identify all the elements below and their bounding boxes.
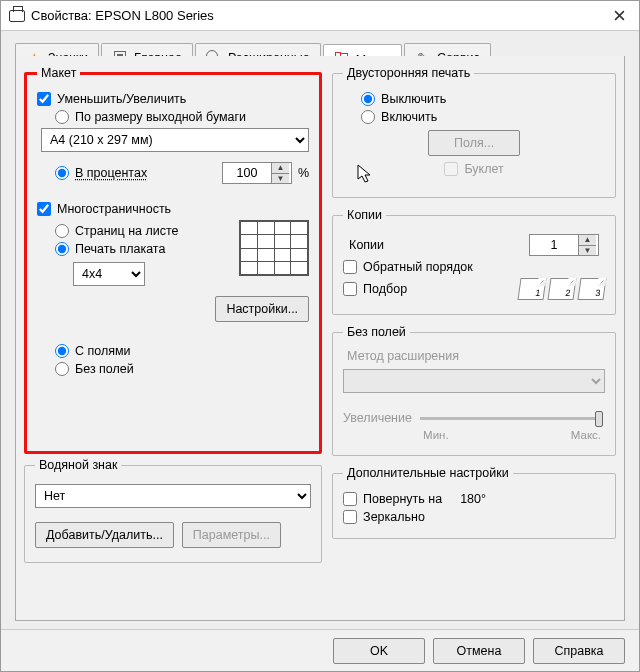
watermark-params-button[interactable]: Параметры... [182, 522, 281, 548]
copies-label: Копии [349, 238, 384, 252]
title-bar: Свойства: EPSON L800 Series [1, 1, 639, 31]
enlargement-label: Увеличение [343, 411, 412, 425]
poster-size-select[interactable]: 4x4 [73, 262, 145, 286]
close-icon [614, 10, 625, 21]
watermark-legend: Водяной знак [35, 458, 121, 472]
borderless-right-group: Без полей Метод расширения Увеличение Ми… [332, 325, 616, 456]
maket-legend: Макет [37, 66, 80, 80]
left-column: Макет Уменьшить/Увеличить По размеру вых… [24, 66, 322, 610]
collate-label: Подбор [363, 282, 407, 296]
copies-group: Копии Копии ▲▼ Обратный порядок Подбор [332, 208, 616, 315]
help-button[interactable]: Справка [533, 638, 625, 664]
poster-label: Печать плаката [75, 242, 165, 256]
multipage-label: Многостраничность [57, 202, 171, 216]
collate-icon: 1 2 3 [519, 278, 605, 300]
multipage-checkbox[interactable] [37, 202, 51, 216]
rotate-degrees: 180° [460, 492, 486, 506]
percent-symbol: % [298, 166, 309, 180]
extra-group: Дополнительные настройки Повернуть на 18… [332, 466, 616, 539]
collate-checkbox[interactable] [343, 282, 357, 296]
borderless-right-legend: Без полей [343, 325, 410, 339]
watermark-add-delete-button[interactable]: Добавить/Удалить... [35, 522, 174, 548]
enlargement-slider[interactable] [418, 417, 605, 420]
slider-min-label: Мин. [423, 429, 449, 441]
watermark-select[interactable]: Нет [35, 484, 311, 508]
slider-max-label: Макс. [571, 429, 601, 441]
expansion-method-label: Метод расширения [347, 349, 601, 363]
reduce-enlarge-label: Уменьшить/Увеличить [57, 92, 186, 106]
percent-radio[interactable] [55, 166, 69, 180]
copies-input[interactable] [530, 235, 578, 255]
fit-output-row: По размеру выходной бумаги [55, 110, 309, 124]
poster-settings-button[interactable]: Настройки... [215, 296, 309, 322]
reduce-enlarge-checkbox[interactable] [37, 92, 51, 106]
copies-legend: Копии [343, 208, 386, 222]
percent-label: В процентах [75, 166, 147, 180]
printer-properties-window: Свойства: EPSON L800 Series ★ Значки Гла… [0, 0, 640, 672]
rotate-checkbox[interactable] [343, 492, 357, 506]
with-margins-radio[interactable] [55, 344, 69, 358]
pages-per-sheet-radio[interactable] [55, 224, 69, 238]
watermark-group: Водяной знак Нет Добавить/Удалить... Пар… [24, 458, 322, 563]
close-button[interactable] [599, 2, 639, 30]
duplex-off-radio[interactable] [361, 92, 375, 106]
reverse-order-label: Обратный порядок [363, 260, 473, 274]
expansion-method-select[interactable] [343, 369, 605, 393]
tab-content: Макет Уменьшить/Увеличить По размеру вых… [15, 56, 625, 621]
printer-icon [9, 8, 25, 24]
percent-spinner[interactable]: ▲▼ [222, 162, 292, 184]
duplex-group: Двусторонняя печать Выключить Включить П… [332, 66, 616, 198]
window-title: Свойства: EPSON L800 Series [31, 8, 599, 23]
booklet-label: Буклет [464, 162, 503, 176]
fit-output-radio[interactable] [55, 110, 69, 124]
borderless-label: Без полей [75, 362, 134, 376]
poster-preview [239, 220, 309, 276]
poster-radio[interactable] [55, 242, 69, 256]
reverse-order-checkbox[interactable] [343, 260, 357, 274]
pages-per-sheet-label: Страниц на листе [75, 224, 179, 238]
duplex-margins-button[interactable]: Поля... [428, 130, 520, 156]
mirror-label: Зеркально [363, 510, 425, 524]
right-column: Двусторонняя печать Выключить Включить П… [332, 66, 616, 610]
borderless-radio[interactable] [55, 362, 69, 376]
maket-group: Макет Уменьшить/Увеличить По размеру вых… [24, 66, 322, 454]
ok-button[interactable]: OK [333, 638, 425, 664]
reduce-enlarge-row: Уменьшить/Увеличить [37, 92, 309, 106]
duplex-off-label: Выключить [381, 92, 446, 106]
booklet-checkbox[interactable] [444, 162, 458, 176]
dialog-footer: OK Отмена Справка [1, 629, 639, 671]
fit-output-label: По размеру выходной бумаги [75, 110, 246, 124]
mirror-checkbox[interactable] [343, 510, 357, 524]
cancel-button[interactable]: Отмена [433, 638, 525, 664]
cursor-icon [357, 164, 375, 184]
duplex-on-radio[interactable] [361, 110, 375, 124]
copies-spinner[interactable]: ▲▼ [529, 234, 599, 256]
spinner-buttons[interactable]: ▲▼ [271, 163, 289, 183]
duplex-legend: Двусторонняя печать [343, 66, 474, 80]
percent-input[interactable] [223, 163, 271, 183]
extra-legend: Дополнительные настройки [343, 466, 513, 480]
spinner-buttons[interactable]: ▲▼ [578, 235, 596, 255]
with-margins-label: С полями [75, 344, 131, 358]
paper-size-select[interactable]: A4 (210 x 297 мм) [41, 128, 309, 152]
rotate-label: Повернуть на [363, 492, 442, 506]
duplex-on-label: Включить [381, 110, 437, 124]
